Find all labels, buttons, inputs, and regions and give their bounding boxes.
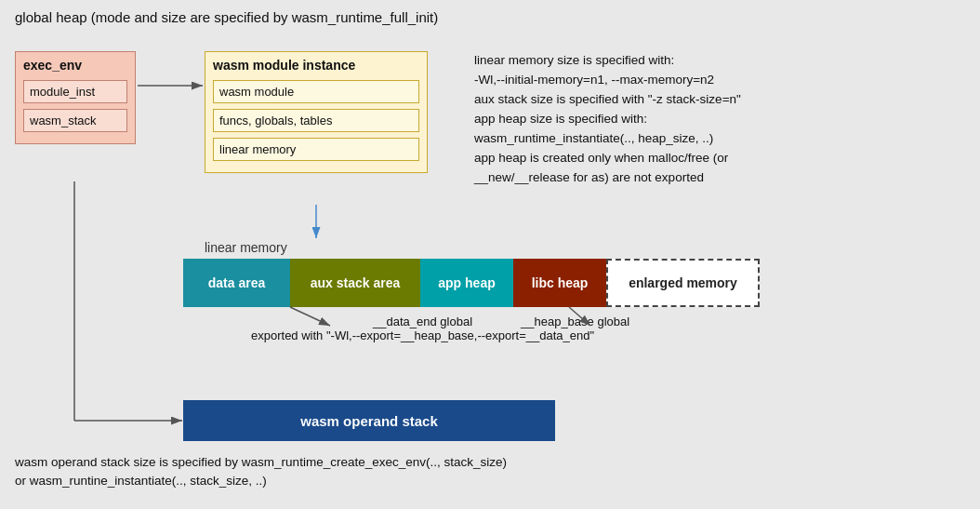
info-line5: wasm_runtime_instantiate(.., heap_size, … [474, 129, 967, 149]
footer-line1: wasm operand stack size is specified by … [15, 453, 507, 472]
wasm-operand-stack-box: wasm operand stack [183, 400, 555, 441]
aux-stack-segment: aux stack area [290, 259, 420, 307]
memory-bar: data area aux stack area app heap libc h… [183, 259, 760, 307]
info-line1: linear memory size is specified with: [474, 51, 967, 71]
data-area-segment: data area [183, 259, 290, 307]
wasm-module-row: wasm module [213, 80, 419, 103]
page-title: global heap (mode and size are specified… [15, 9, 965, 25]
info-line6: app heap is created only when malloc/fre… [474, 149, 967, 168]
heap-base-annotation: __heap_base global [521, 315, 629, 328]
wasm-module-instance-box: wasm module instance wasm module funcs, … [205, 51, 428, 173]
app-heap-segment: app heap [420, 259, 513, 307]
info-line7: __new/__release for as) are not exported [474, 168, 967, 188]
heap-base-line1: __heap_base global [521, 315, 629, 328]
wasm-stack-row: wasm_stack [23, 109, 127, 132]
info-text-block: linear memory size is specified with: -W… [474, 51, 967, 187]
libc-heap-segment: libc heap [513, 259, 606, 307]
exec-env-box: exec_env module_inst wasm_stack [15, 51, 136, 144]
wasm-module-instance-label: wasm module instance [213, 58, 419, 73]
footer-line2: or wasm_runtine_instantiate(.., stack_si… [15, 472, 507, 490]
info-line2: -Wl,--initial-memory=n1, --max-memory=n2 [474, 71, 967, 90]
linear-memory-label: linear memory [205, 240, 287, 255]
funcs-globals-row: funcs, globals, tables [213, 109, 419, 132]
info-line3: aux stack size is specified with "-z sta… [474, 90, 967, 110]
enlarged-memory-segment: enlarged memory [606, 259, 760, 307]
footer-text: wasm operand stack size is specified by … [15, 453, 507, 491]
operand-stack-label: wasm operand stack [300, 413, 438, 429]
linear-memory-row: linear memory [213, 138, 419, 161]
module-inst-row: module_inst [23, 80, 127, 103]
data-end-line2: exported with "-Wl,--export=__heap_base,… [251, 328, 594, 342]
exec-env-label: exec_env [23, 58, 127, 73]
info-line4: app heap size is specified with: [474, 110, 967, 129]
